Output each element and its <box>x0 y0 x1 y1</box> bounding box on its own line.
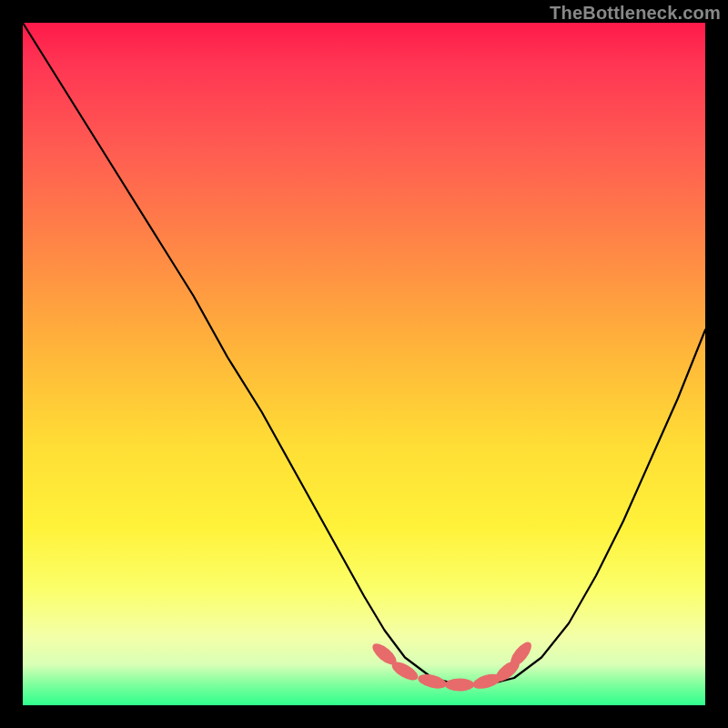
plot-area <box>23 23 705 705</box>
marker-blob <box>417 672 448 691</box>
outer-frame: TheBottleneck.com <box>0 0 728 728</box>
bottleneck-curve <box>23 23 705 685</box>
marker-blob <box>445 679 474 692</box>
watermark-text: TheBottleneck.com <box>550 3 721 24</box>
chart-svg <box>23 23 705 705</box>
highlight-markers <box>369 639 535 692</box>
